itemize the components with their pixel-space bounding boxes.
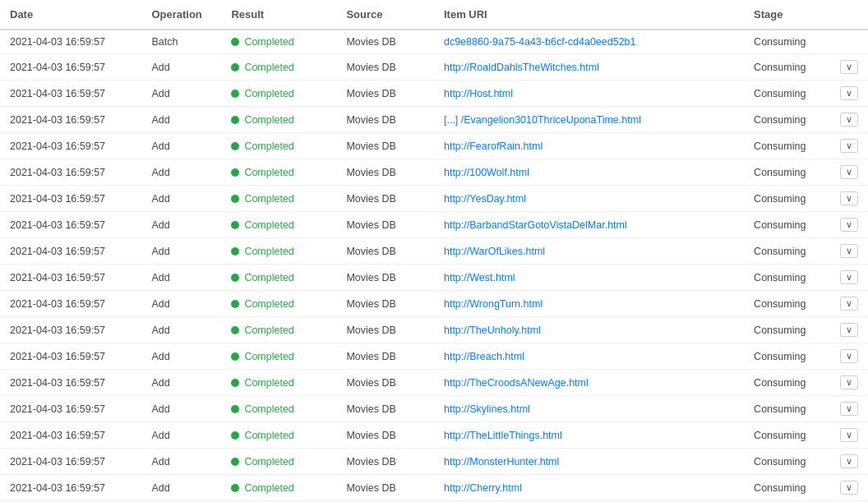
expand-row-button[interactable]: ∨ xyxy=(840,191,858,205)
uri-link[interactable]: http://Breach.html xyxy=(444,351,524,362)
expand-row-button[interactable]: ∨ xyxy=(840,165,858,179)
uri-link[interactable]: http://Cherry.html xyxy=(444,482,522,494)
cell-item-uri[interactable]: http://TheUnholy.html xyxy=(434,317,744,343)
table-row: 2021-04-03 16:59:57AddCompletedMovies DB… xyxy=(0,54,868,81)
expand-row-button[interactable]: ∨ xyxy=(840,60,858,74)
status-text: Completed xyxy=(244,456,293,467)
cell-source: Movies DB xyxy=(336,449,434,475)
cell-stage: Consuming∨ xyxy=(744,133,868,159)
header-date: Date xyxy=(0,0,141,30)
expand-row-button[interactable]: ∨ xyxy=(840,323,858,337)
cell-operation: Add xyxy=(141,291,221,317)
cell-item-uri[interactable]: http://Cherry.html xyxy=(434,475,744,501)
cell-item-uri[interactable]: http://YesDay.html xyxy=(434,186,744,212)
cell-operation: Add xyxy=(141,107,221,133)
uri-link[interactable]: http://YesDay.html xyxy=(444,193,526,205)
table-row: 2021-04-03 16:59:57AddCompletedMovies DB… xyxy=(0,317,868,343)
uri-link[interactable]: http://100Wolf.html xyxy=(444,167,529,178)
expand-row-button[interactable]: ∨ xyxy=(840,86,858,100)
table-row: 2021-04-03 16:59:57AddCompletedMovies DB… xyxy=(0,159,868,186)
cell-stage: Consuming∨ xyxy=(744,265,868,291)
cell-date: 2021-04-03 16:59:57 xyxy=(0,449,141,475)
cell-operation: Add xyxy=(141,159,221,186)
cell-item-uri[interactable]: http://Skylines.html xyxy=(434,396,744,422)
cell-stage: Consuming xyxy=(744,30,868,54)
cell-item-uri[interactable]: http://WarOfLikes.html xyxy=(434,238,744,265)
status-text: Completed xyxy=(244,430,293,441)
cell-source: Movies DB xyxy=(336,317,434,343)
uri-link[interactable]: dc9e8860-9a75-4a43-b6cf-cd4a0eed52b1 xyxy=(444,36,636,48)
cell-date: 2021-04-03 16:59:57 xyxy=(0,370,141,396)
cell-stage: Consuming∨ xyxy=(744,212,868,238)
cell-item-uri[interactable]: http://WrongTurn.html xyxy=(434,291,744,317)
table-row: 2021-04-03 16:59:57AddCompletedMovies DB… xyxy=(0,291,868,317)
cell-item-uri[interactable]: http://TheCroodsANewAge.html xyxy=(434,370,744,396)
uri-link[interactable]: http://MonsterHunter.html xyxy=(444,456,559,467)
uri-link[interactable]: [...] /Evangelion3010ThriceUponaTime.htm… xyxy=(444,114,641,126)
expand-row-button[interactable]: ∨ xyxy=(840,139,858,153)
expand-row-button[interactable]: ∨ xyxy=(840,402,858,416)
uri-link[interactable]: http://Host.html xyxy=(444,88,513,99)
expand-row-button[interactable]: ∨ xyxy=(840,481,858,495)
cell-result: Completed xyxy=(221,449,336,475)
cell-item-uri[interactable]: [...] /Evangelion3010ThriceUponaTime.htm… xyxy=(434,107,744,133)
status-dot-icon xyxy=(231,326,239,334)
cell-result: Completed xyxy=(221,238,336,265)
uri-link[interactable]: http://TheCroodsANewAge.html xyxy=(444,377,589,389)
cell-date: 2021-04-03 16:59:57 xyxy=(0,186,141,212)
uri-link[interactable]: http://TheUnholy.html xyxy=(444,325,541,336)
cell-date: 2021-04-03 16:59:57 xyxy=(0,81,141,107)
cell-item-uri[interactable]: http://Host.html xyxy=(434,81,744,107)
cell-item-uri[interactable]: http://100Wolf.html xyxy=(434,159,744,186)
table-row: 2021-04-03 16:59:57AddCompletedMovies DB… xyxy=(0,81,868,107)
cell-stage: Consuming∨ xyxy=(744,54,868,81)
uri-link[interactable]: http://WarOfLikes.html xyxy=(444,246,545,257)
table-row: 2021-04-03 16:59:57AddCompletedMovies DB… xyxy=(0,343,868,370)
expand-row-button[interactable]: ∨ xyxy=(840,113,858,127)
expand-row-button[interactable]: ∨ xyxy=(840,270,858,284)
expand-row-button[interactable]: ∨ xyxy=(840,349,858,363)
cell-result: Completed xyxy=(221,30,336,54)
cell-operation: Add xyxy=(141,81,221,107)
cell-item-uri[interactable]: dc9e8860-9a75-4a43-b6cf-cd4a0eed52b1 xyxy=(434,30,744,54)
cell-item-uri[interactable]: http://BarbandStarGotoVistaDelMar.html xyxy=(434,212,744,238)
cell-stage: Consuming∨ xyxy=(744,317,868,343)
cell-item-uri[interactable]: http://TheLittleThings.html xyxy=(434,422,744,449)
expand-row-button[interactable]: ∨ xyxy=(840,218,858,232)
status-dot-icon xyxy=(231,195,239,203)
status-text: Completed xyxy=(244,325,293,336)
status-dot-icon xyxy=(231,63,239,71)
expand-row-button[interactable]: ∨ xyxy=(840,428,858,442)
cell-item-uri[interactable]: http://MonsterHunter.html xyxy=(434,449,744,475)
cell-item-uri[interactable]: http://FearofRain.html xyxy=(434,133,744,159)
stage-text: Consuming xyxy=(754,377,806,389)
cell-source: Movies DB xyxy=(336,133,434,159)
cell-item-uri[interactable]: http://RoaldDahlsTheWitches.html xyxy=(434,54,744,81)
cell-item-uri[interactable]: http://Breach.html xyxy=(434,343,744,370)
cell-operation: Add xyxy=(141,238,221,265)
cell-source: Movies DB xyxy=(336,291,434,317)
cell-item-uri[interactable]: http://West.html xyxy=(434,265,744,291)
cell-date: 2021-04-03 16:59:57 xyxy=(0,30,141,54)
expand-row-button[interactable]: ∨ xyxy=(840,297,858,311)
uri-link[interactable]: http://TheLittleThings.html xyxy=(444,430,562,441)
table-row: 2021-04-03 16:59:57AddCompletedMovies DB… xyxy=(0,212,868,238)
cell-date: 2021-04-03 16:59:57 xyxy=(0,343,141,370)
stage-text: Consuming xyxy=(754,62,806,73)
expand-row-button[interactable]: ∨ xyxy=(840,454,858,468)
table-row: 2021-04-03 16:59:57AddCompletedMovies DB… xyxy=(0,449,868,475)
table-row: 2021-04-03 16:59:57AddCompletedMovies DB… xyxy=(0,107,868,133)
uri-link[interactable]: http://RoaldDahlsTheWitches.html xyxy=(444,62,599,73)
uri-link[interactable]: http://BarbandStarGotoVistaDelMar.html xyxy=(444,219,627,231)
uri-link[interactable]: http://WrongTurn.html xyxy=(444,298,542,310)
uri-link[interactable]: http://Skylines.html xyxy=(444,403,530,415)
expand-row-button[interactable]: ∨ xyxy=(840,244,858,258)
stage-text: Consuming xyxy=(754,430,806,441)
uri-link[interactable]: http://FearofRain.html xyxy=(444,140,542,152)
header-stage: Stage xyxy=(744,0,868,30)
cell-result: Completed xyxy=(221,159,336,186)
cell-stage: Consuming∨ xyxy=(744,449,868,475)
expand-row-button[interactable]: ∨ xyxy=(840,375,858,389)
status-text: Completed xyxy=(244,36,293,48)
uri-link[interactable]: http://West.html xyxy=(444,272,515,283)
